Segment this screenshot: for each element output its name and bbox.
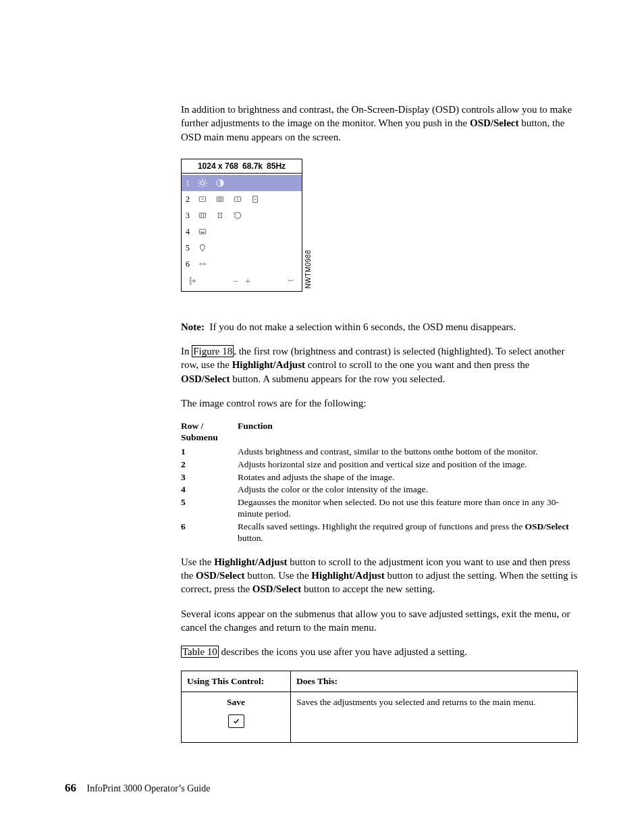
highlight-adjust-term: Highlight/Adjust xyxy=(232,359,305,370)
osd-frequency: 68.7k xyxy=(242,162,263,170)
page-footer: 66 InfoPrint 3000 Operator’s Guide xyxy=(65,781,578,796)
table-10-link[interactable]: Table 10 xyxy=(181,646,219,658)
table-row: 1Adusts brightness and contrast, similar… xyxy=(181,446,578,458)
r6-b: button. xyxy=(238,533,263,543)
intro-paragraph: In addition to brightness and contrast, … xyxy=(181,103,578,144)
note-label: Note: xyxy=(181,321,205,332)
osd-figure: 1024 x 768 68.7k 85Hz 1 xyxy=(181,159,313,292)
degauss-icon xyxy=(196,243,209,253)
osd-row-num: 1 xyxy=(186,179,194,187)
doc-title: InfoPrint 3000 Operator’s Guide xyxy=(87,783,211,793)
plus-icon: + xyxy=(245,276,250,286)
osd-resolution: 1024 x 768 xyxy=(198,162,238,170)
table-row: 4Adjusts the color or the color intensit… xyxy=(181,484,578,496)
figure-id-label: NWTM0988 xyxy=(304,250,313,288)
svg-point-0 xyxy=(200,181,204,184)
vpos-icon xyxy=(249,194,261,204)
color-icon xyxy=(196,227,209,236)
ctable-cell-control: Save xyxy=(182,692,291,742)
fig-reference-paragraph: In Figure 18, the first row (brightness … xyxy=(181,344,578,386)
p6-rest: describes the icons you use after you ha… xyxy=(219,646,467,657)
osd-row-2: 2 xyxy=(182,191,302,207)
svg-point-9 xyxy=(201,232,202,232)
osd-row-6: 6 xyxy=(182,256,302,272)
minus-icon: − xyxy=(233,276,238,286)
r6-bold: OSD/Select xyxy=(525,521,569,531)
osd-select-term-2: OSD/Select xyxy=(181,373,230,384)
submenu-icons-paragraph: Several icons appear on the submenus tha… xyxy=(181,607,578,635)
rotate-icon xyxy=(232,211,244,220)
svg-rect-3 xyxy=(217,197,223,201)
osd-select-term: OSD/Select xyxy=(470,118,519,128)
hsize-icon xyxy=(196,194,209,204)
osd-row-3: 3 xyxy=(182,207,302,224)
r6-a: Recalls saved settings. Highlight the re… xyxy=(238,521,525,531)
recall-icon xyxy=(196,259,209,269)
hpos-icon xyxy=(214,194,226,204)
osd-row-num: 2 xyxy=(186,195,194,203)
p2-a: In xyxy=(181,346,192,357)
geometry-icon-2 xyxy=(214,211,226,220)
osd-row-4: 4 xyxy=(182,224,302,240)
vsize-icon xyxy=(232,194,244,204)
page-number: 66 xyxy=(65,781,76,794)
geometry-icon-1 xyxy=(196,211,209,220)
ctable-head-1: Using This Control: xyxy=(182,671,291,692)
osd-row-num: 6 xyxy=(186,260,194,268)
table-row: 6 Recalls saved settings. Highlight the … xyxy=(181,521,578,544)
row-submenu-table: Row /Submenu Function 1Adusts brightness… xyxy=(181,421,578,544)
table-row: Save Saves the adjustments you selected … xyxy=(182,692,578,742)
rows-intro: The image control rows are for the follo… xyxy=(181,396,578,410)
save-check-icon xyxy=(228,714,244,728)
osd-row-1: 1 xyxy=(182,175,302,191)
osd-row-5: 5 xyxy=(182,240,302,256)
figure-18-link[interactable]: Figure 18 xyxy=(192,345,234,357)
ctable-head-2: Does This: xyxy=(291,671,578,692)
svg-rect-4 xyxy=(219,198,221,201)
page-content: In addition to brightness and contrast, … xyxy=(0,0,644,834)
osd-row-num: 4 xyxy=(186,228,194,236)
osd-menu-box: 1024 x 768 68.7k 85Hz 1 xyxy=(181,159,302,292)
svg-point-10 xyxy=(202,232,203,232)
p2-d: button. A submenu appears for the row yo… xyxy=(230,373,446,384)
svg-point-12 xyxy=(202,263,203,264)
brightness-icon xyxy=(196,178,209,188)
svg-point-11 xyxy=(203,232,204,232)
return-icon xyxy=(284,276,296,286)
controls-table: Using This Control: Does This: Save Save… xyxy=(181,671,578,743)
note-paragraph: Note: If you do not make a selection wit… xyxy=(181,320,578,334)
rowtable-head-b: Function xyxy=(238,421,578,444)
save-label: Save xyxy=(227,697,245,707)
table-row: 2Adjusts horizontal size and position an… xyxy=(181,459,578,471)
svg-rect-7 xyxy=(199,213,205,217)
table-ref-paragraph: Table 10 describes the icons you use aft… xyxy=(181,645,578,658)
osd-header: 1024 x 768 68.7k 85Hz xyxy=(182,159,302,174)
osd-refresh: 85Hz xyxy=(267,162,286,170)
table-row: 5Degausses the monitor when selected. Do… xyxy=(181,497,578,520)
p2-c: control to scroll to the one you want an… xyxy=(305,359,529,370)
osd-rows: 1 2 xyxy=(182,174,302,272)
ctable-cell-desc: Saves the adjustments you selected and r… xyxy=(291,692,578,742)
table-row: 3Rotates and adjusts the shape of the im… xyxy=(181,472,578,484)
contrast-icon xyxy=(214,178,226,188)
osd-row-num: 3 xyxy=(186,211,194,219)
exit-icon xyxy=(187,276,199,286)
note-text: If you do not make a selection within 6 … xyxy=(209,321,516,332)
usage-paragraph: Use the Highlight/Adjust button to scrol… xyxy=(181,555,578,596)
osd-footer: − + xyxy=(182,272,302,291)
rowtable-head-a: Row /Submenu xyxy=(181,421,238,444)
osd-row-num: 5 xyxy=(186,244,194,252)
